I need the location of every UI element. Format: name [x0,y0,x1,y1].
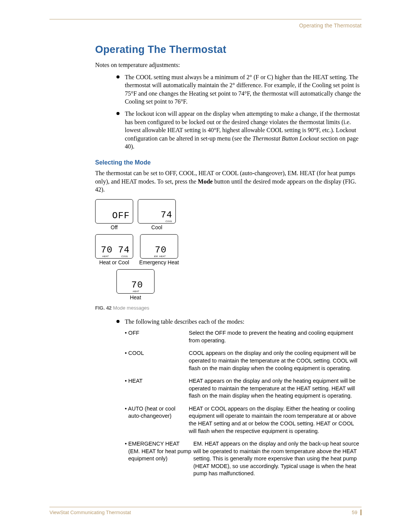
lcd-tag: COOL [121,255,128,257]
lcd-text: OFF [112,211,130,221]
lcd-label: Cool [138,224,176,230]
note-item: The COOL setting must always be a minimu… [116,73,362,106]
lcd-heatcool-cell: 70 74 HEAT COOL Heat or Cool [95,234,133,265]
figure-row-3: 70 HEAT Heat [116,269,362,300]
mode-term: • COOL [125,350,189,372]
table-row: • AUTO (heat or cool auto-changeover) HE… [125,405,362,435]
lcd-heatcool: 70 74 HEAT COOL [95,234,133,259]
note-item: The lockout icon will appear on the disp… [116,110,362,151]
mode-para-bold: Mode [198,178,213,185]
mode-desc: COOL appears on the display and only the… [189,350,362,372]
table-row: • EMERGENCY HEAT (EM. HEAT for heat pump… [125,440,362,478]
figure-42: OFF Off 74 COOL Cool 70 74 [95,199,362,311]
header-section-title: Operating the Thermostat [49,22,362,29]
lcd-cool: 74 COOL [138,199,176,224]
lcd-tag: COOL [166,220,172,222]
footer-rule [49,507,362,507]
table-intro-list: The following table describes each of th… [116,318,362,326]
mode-term: • HEAT [125,377,189,400]
lcd-off: OFF [95,199,133,224]
figure-caption-num: FIG. 42 [95,305,112,311]
table-row: • OFF Select the OFF mode to prevent the… [125,329,362,344]
lcd-tag: HEAT [102,255,109,257]
lcd-off-cell: OFF Off [95,199,133,230]
page-title: Operating The Thermostat [95,44,362,56]
mode-term-line3: equipment only) [128,455,193,463]
lcd-text: 74 [161,210,172,220]
lcd-label: Heat or Cool [95,259,133,265]
footer: ViewStat Communicating Thermostat 59 [49,507,362,515]
mode-desc: HEAT appears on the display and only the… [189,377,362,400]
lcd-tag: HEAT [133,290,139,292]
intro-line: Notes on temperature adjustments: [95,61,362,69]
mode-paragraph: The thermostat can be set to OFF, COOL, … [95,169,362,194]
mode-table: • OFF Select the OFF mode to prevent the… [125,329,362,478]
lcd-cool-cell: 74 COOL Cool [138,199,176,230]
lcd-heat-cell: 70 HEAT Heat [116,269,155,300]
mode-term-line2: auto-changeover) [128,412,189,420]
table-row: • HEAT HEAT appears on the display and o… [125,377,362,400]
figure-row-2: 70 74 HEAT COOL Heat or Cool 70 EM. HEAT… [95,234,362,265]
top-rule [49,19,362,19]
mode-term-line1: • EMERGENCY HEAT [125,441,180,447]
mode-term: • EMERGENCY HEAT (EM. HEAT for heat pump… [125,440,193,478]
figure-caption: FIG. 42 Mode messages [95,305,362,311]
mode-term-line2: (EM. HEAT for heat pump [128,448,193,455]
lcd-text: 70 [131,280,143,290]
footer-page-number: 59 [352,510,357,515]
mode-term: • AUTO (heat or cool auto-changeover) [125,405,189,435]
lcd-emheat: 70 EM. HEAT [140,234,178,259]
mode-desc: EM. HEAT appears on the display and only… [193,440,362,478]
footer-product: ViewStat Communicating Thermostat [49,510,131,515]
mode-desc: Select the OFF mode to prevent the heati… [189,329,362,344]
notes-list: The COOL setting must always be a minimu… [116,73,362,151]
lcd-label: Heat [116,294,155,300]
table-intro: The following table describes each of th… [116,318,362,326]
lcd-text: 70 [155,245,167,255]
figure-row-1: OFF Off 74 COOL Cool [95,199,362,230]
page: Operating the Thermostat Operating The T… [0,0,411,532]
lcd-heat: 70 HEAT [116,269,155,294]
mode-term: • OFF [125,329,189,344]
lcd-label: Off [95,224,133,230]
lcd-text: 74 [118,245,130,255]
subheading: Selecting the Mode [95,159,362,166]
lcd-text: 70 [101,245,113,255]
note-text-italic: Thermostat Button Lockout [252,135,319,142]
lcd-label: Emergency Heat [138,259,180,265]
lcd-emheat-cell: 70 EM. HEAT Emergency Heat [138,234,180,265]
mode-term-line1: • AUTO (heat or cool [125,406,175,412]
lcd-tag: EM. HEAT [154,255,166,257]
figure-caption-text: Mode messages [112,305,149,311]
content-area: Operating The Thermostat Notes on temper… [95,44,362,478]
footer-line: ViewStat Communicating Thermostat 59 [49,510,362,515]
mode-desc: HEAT or COOL appears on the display. Eit… [189,405,362,435]
table-row: • COOL COOL appears on the display and o… [125,350,362,372]
